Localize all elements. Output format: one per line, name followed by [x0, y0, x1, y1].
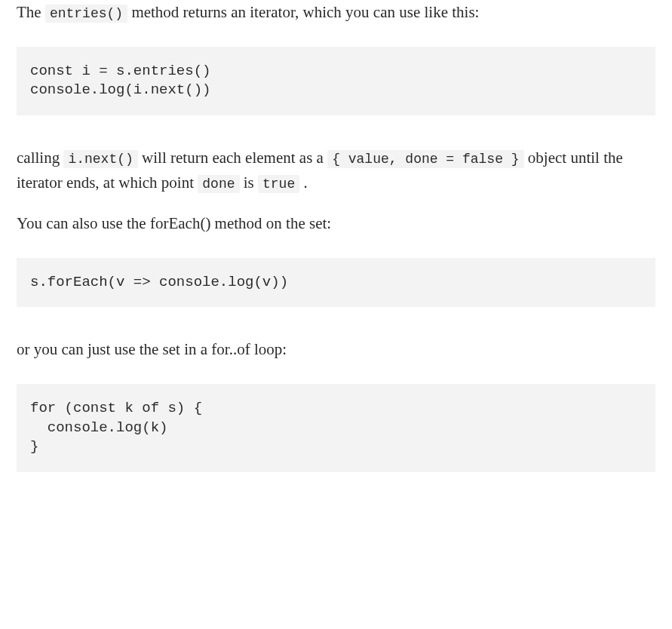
- text: calling: [17, 149, 63, 167]
- code-block-2: s.forEach(v => console.log(v)): [17, 258, 655, 308]
- paragraph-1: The entries() method returns an iterator…: [17, 0, 655, 26]
- paragraph-2: calling i.next() will return each elemen…: [17, 146, 655, 196]
- text: .: [299, 173, 308, 192]
- text: is: [240, 173, 259, 192]
- code-block-3: for (const k of s) { console.log(k) }: [17, 384, 655, 472]
- paragraph-4: or you can just use the set in a for..of…: [17, 337, 655, 363]
- inline-code: i.next(): [63, 150, 137, 168]
- paragraph-3: You can also use the forEach() method on…: [17, 211, 655, 237]
- text: will return each element as a: [138, 149, 327, 167]
- inline-code: { value, done = false }: [327, 150, 523, 168]
- inline-code: true: [258, 175, 299, 193]
- text: method returns an iterator, which you ca…: [127, 3, 479, 21]
- inline-code: entries(): [45, 5, 127, 23]
- text: The: [17, 3, 45, 21]
- inline-code: done: [198, 175, 239, 193]
- code-block-1: const i = s.entries() console.log(i.next…: [17, 47, 655, 115]
